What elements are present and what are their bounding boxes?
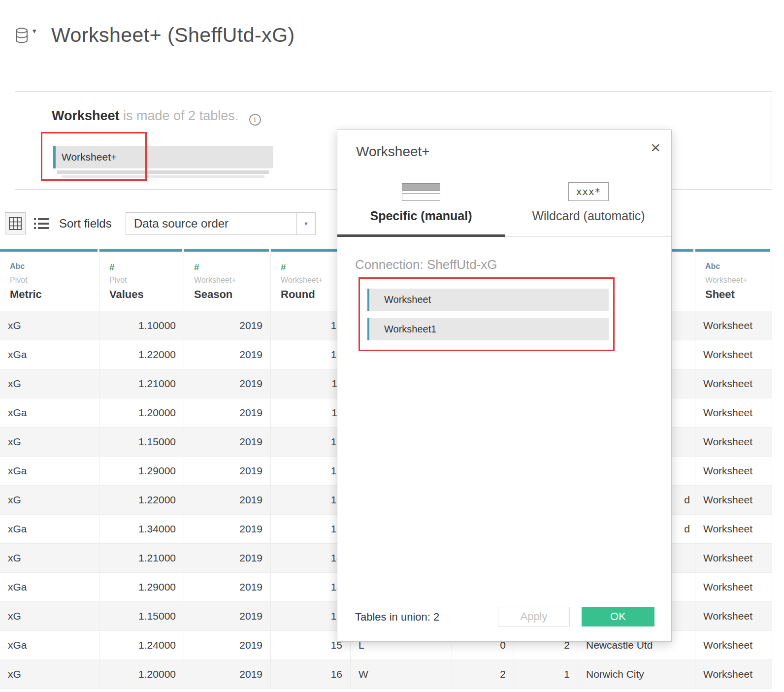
cell-metric: xGa bbox=[0, 573, 99, 601]
datasource-database-icon[interactable] bbox=[14, 27, 30, 47]
column-header-values[interactable]: # Pivot Values bbox=[99, 249, 184, 311]
cell-result: W bbox=[351, 660, 452, 689]
info-icon-glyph: i bbox=[254, 115, 256, 124]
column-source: Worksheet+ bbox=[194, 276, 270, 285]
cell-values: 1.15000 bbox=[99, 428, 184, 456]
column-header-metric[interactable]: Abc Pivot Metric bbox=[0, 249, 99, 311]
cell-sheet: Worksheet bbox=[695, 602, 772, 630]
opponent-tail: d bbox=[684, 515, 690, 543]
union-dialog: Worksheet+ × Specific (manual) xxx* Wild… bbox=[337, 130, 672, 642]
union-table-item-worksheet[interactable]: Worksheet bbox=[367, 289, 609, 311]
cell-sheet: Worksheet bbox=[695, 398, 772, 427]
sort-order-value: Data source order bbox=[134, 213, 229, 234]
close-icon[interactable]: × bbox=[651, 139, 660, 156]
cell-values: 1.29000 bbox=[99, 457, 184, 485]
tab-wildcard-automatic[interactable]: xxx* Wildcard (automatic) bbox=[505, 175, 672, 223]
column-accent-stripe bbox=[695, 249, 770, 252]
cell-sheet: Worksheet bbox=[695, 573, 772, 601]
ok-button[interactable]: OK bbox=[582, 607, 654, 626]
cell-season: 2019 bbox=[184, 486, 271, 514]
cell-metric: xG bbox=[0, 486, 99, 514]
connection-label: Connection: SheffUtd-xG bbox=[355, 257, 497, 272]
chevron-down-icon[interactable]: ▼ bbox=[296, 213, 315, 234]
info-icon[interactable]: i bbox=[249, 114, 261, 126]
union-table-chip[interactable]: Worksheet+ bbox=[53, 146, 273, 168]
union-table-item-worksheet1[interactable]: Worksheet1 bbox=[367, 318, 609, 340]
cell-sheet: Worksheet bbox=[695, 631, 772, 659]
table-row: xG 1.20000 2019 16 W 2 1 Norwich City Wo… bbox=[0, 660, 772, 689]
type-string-icon: Abc bbox=[705, 262, 772, 272]
type-number-icon: # bbox=[109, 262, 184, 272]
cell-sheet: Worksheet bbox=[695, 660, 772, 689]
list-view-icon bbox=[33, 217, 49, 230]
column-header-sheet[interactable]: Abc Worksheet+ Sheet bbox=[695, 249, 772, 311]
cell-values: 1.10000 bbox=[99, 311, 184, 340]
cell-season: 2019 bbox=[184, 660, 271, 689]
list-view-button[interactable] bbox=[32, 215, 51, 232]
cell-metric: xG bbox=[0, 428, 99, 456]
union-stack-shadow-2 bbox=[62, 175, 264, 178]
cell-metric: xG bbox=[0, 311, 99, 340]
union-stack-shadow-1 bbox=[57, 170, 269, 174]
cell-values: 1.21000 bbox=[99, 544, 184, 572]
column-header-season[interactable]: # Worksheet+ Season bbox=[184, 249, 271, 311]
union-table-chip-label: Worksheet+ bbox=[62, 146, 117, 168]
cell-season: 2019 bbox=[184, 457, 271, 485]
cell-metric: xGa bbox=[0, 340, 99, 369]
cell-values: 1.20000 bbox=[99, 398, 184, 427]
column-source: Worksheet+ bbox=[705, 276, 772, 285]
cell-goals-for: 2 bbox=[452, 660, 514, 689]
cell-metric: xG bbox=[0, 602, 99, 630]
union-heading-name: Worksheet bbox=[52, 108, 120, 123]
tab-specific-label: Specific (manual) bbox=[370, 209, 472, 223]
column-accent-stripe bbox=[184, 249, 269, 252]
cell-metric: xGa bbox=[0, 515, 99, 543]
cell-values: 1.34000 bbox=[99, 515, 184, 543]
cell-metric: xG bbox=[0, 544, 99, 572]
union-heading-description: is made of 2 tables. bbox=[120, 108, 239, 123]
tab-specific-manual[interactable]: Specific (manual) bbox=[337, 175, 505, 223]
sort-order-dropdown[interactable]: Data source order ▼ bbox=[126, 212, 316, 235]
column-name: Season bbox=[194, 288, 270, 301]
column-source: Pivot bbox=[109, 276, 184, 285]
cell-opponent: Norwich City bbox=[578, 660, 695, 689]
cell-metric: xG bbox=[0, 660, 99, 689]
union-panel-heading: Worksheet is made of 2 tables. i bbox=[52, 108, 261, 126]
opponent-tail: d bbox=[684, 486, 690, 514]
type-string-icon: Abc bbox=[10, 262, 99, 272]
opponent-text: Norwich City bbox=[586, 668, 644, 680]
cell-metric: xGa bbox=[0, 631, 99, 659]
grid-view-button[interactable] bbox=[5, 212, 26, 234]
tab-wildcard-label: Wildcard (automatic) bbox=[532, 209, 645, 223]
cell-values: 1.15000 bbox=[99, 602, 184, 630]
cell-values: 1.22000 bbox=[99, 486, 184, 514]
type-number-icon: # bbox=[194, 262, 270, 272]
cell-season: 2019 bbox=[184, 631, 271, 659]
cell-sheet: Worksheet bbox=[695, 515, 772, 543]
cell-season: 2019 bbox=[184, 311, 271, 340]
cell-values: 1.29000 bbox=[99, 573, 184, 601]
cell-metric: xG bbox=[0, 369, 99, 398]
apply-button[interactable]: Apply bbox=[498, 607, 570, 626]
datasource-caret-icon[interactable]: ▾ bbox=[33, 27, 36, 35]
wildcard-icon: xxx* bbox=[568, 182, 609, 201]
dialog-title: Worksheet+ bbox=[356, 144, 430, 160]
specific-tables-icon bbox=[402, 175, 440, 201]
cell-sheet: Worksheet bbox=[695, 544, 772, 572]
column-accent-stripe bbox=[0, 249, 98, 252]
tables-in-union-count: Tables in union: 2 bbox=[355, 611, 439, 624]
union-table-item-label: Worksheet bbox=[384, 289, 431, 311]
cell-sheet: Worksheet bbox=[695, 457, 772, 485]
column-accent-stripe bbox=[99, 249, 182, 252]
cell-values: 1.22000 bbox=[99, 340, 184, 369]
cell-sheet: Worksheet bbox=[695, 428, 772, 456]
cell-season: 2019 bbox=[184, 398, 271, 427]
cell-metric: xGa bbox=[0, 398, 99, 427]
column-source: Pivot bbox=[10, 276, 99, 285]
cell-values: 1.21000 bbox=[99, 369, 184, 398]
cell-sheet: Worksheet bbox=[695, 369, 772, 398]
cell-values: 1.24000 bbox=[99, 631, 184, 659]
column-name: Values bbox=[109, 288, 184, 301]
cell-values: 1.20000 bbox=[99, 660, 184, 689]
cell-season: 2019 bbox=[184, 573, 271, 601]
